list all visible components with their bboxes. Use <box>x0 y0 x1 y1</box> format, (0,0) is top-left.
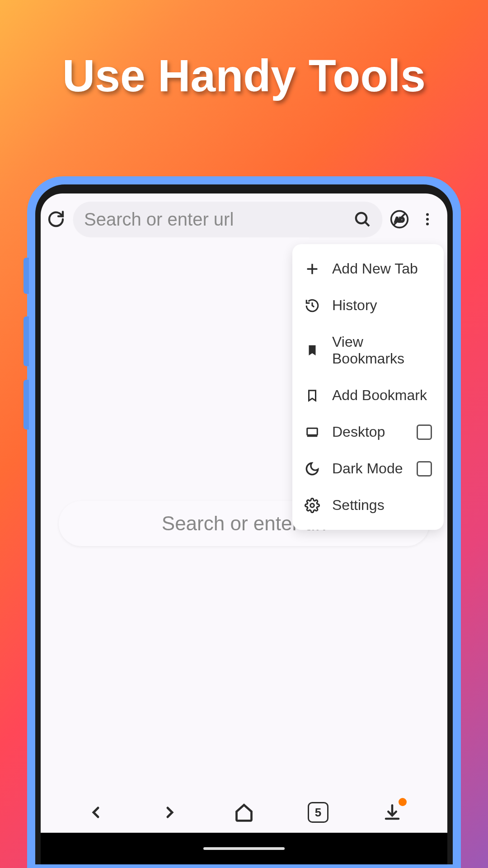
phone-frame: Search or enter url AD Search or enter u… <box>27 176 461 868</box>
nav-back-button[interactable] <box>83 800 108 825</box>
browser-top-bar: Search or enter url AD <box>41 193 447 245</box>
svg-text:AD: AD <box>394 216 404 223</box>
adblock-icon: AD <box>389 209 409 229</box>
url-search-box[interactable]: Search or enter url <box>73 202 382 237</box>
gear-icon <box>304 497 320 514</box>
menu-item-dark-mode[interactable]: Dark Mode <box>292 450 444 487</box>
hero-title: Use Handy Tools <box>0 0 488 102</box>
menu-item-history[interactable]: History <box>292 287 444 324</box>
phone-side-button <box>23 380 29 429</box>
desktop-icon <box>304 424 320 440</box>
more-vert-icon <box>419 211 436 227</box>
bottom-nav-bar: 5 <box>41 792 447 833</box>
nav-downloads-button[interactable] <box>380 800 405 825</box>
menu-item-label: Desktop <box>332 424 405 440</box>
adblock-button[interactable]: AD <box>389 208 410 230</box>
chevron-right-icon <box>161 803 179 821</box>
bookmark-filled-icon <box>304 342 320 359</box>
nav-forward-button[interactable] <box>157 800 183 825</box>
svg-point-7 <box>426 223 429 226</box>
chevron-left-icon <box>87 803 105 821</box>
overflow-menu: Add New Tab History View Bookmarks <box>292 244 444 530</box>
menu-item-view-bookmarks[interactable]: View Bookmarks <box>292 324 444 377</box>
search-icon <box>353 210 371 228</box>
menu-item-label: Add Bookmark <box>332 387 432 404</box>
system-nav-bar <box>41 833 447 864</box>
menu-item-add-tab[interactable]: Add New Tab <box>292 250 444 287</box>
plus-icon <box>304 261 320 277</box>
svg-point-6 <box>426 218 429 221</box>
svg-rect-10 <box>307 428 318 435</box>
svg-point-0 <box>356 213 366 223</box>
desktop-checkbox[interactable] <box>417 425 432 440</box>
svg-point-12 <box>310 503 314 507</box>
reload-button[interactable] <box>45 208 67 230</box>
bookmark-outline-icon <box>304 387 320 404</box>
nav-home-button[interactable] <box>231 800 257 825</box>
nav-tabs-button[interactable]: 5 <box>305 800 331 825</box>
phone-side-button <box>23 316 29 366</box>
home-icon <box>234 802 254 822</box>
overflow-menu-button[interactable] <box>417 208 438 230</box>
menu-item-label: Settings <box>332 497 432 514</box>
menu-item-label: View Bookmarks <box>332 334 432 367</box>
reload-icon <box>47 210 65 228</box>
menu-item-desktop[interactable]: Desktop <box>292 414 444 450</box>
svg-point-5 <box>426 213 429 216</box>
menu-item-label: Dark Mode <box>332 460 405 477</box>
phone-side-button <box>23 258 29 294</box>
history-icon <box>304 297 320 314</box>
moon-icon <box>304 461 320 477</box>
menu-item-add-bookmark[interactable]: Add Bookmark <box>292 377 444 414</box>
download-notification-dot <box>399 798 407 806</box>
dark-mode-checkbox[interactable] <box>417 461 432 476</box>
tab-count-badge: 5 <box>308 802 328 823</box>
menu-item-label: Add New Tab <box>332 260 432 277</box>
menu-item-label: History <box>332 297 432 314</box>
menu-item-settings[interactable]: Settings <box>292 487 444 524</box>
download-icon <box>383 803 402 822</box>
svg-line-1 <box>366 222 369 226</box>
url-search-placeholder: Search or enter url <box>84 209 353 230</box>
home-indicator[interactable] <box>203 847 285 850</box>
